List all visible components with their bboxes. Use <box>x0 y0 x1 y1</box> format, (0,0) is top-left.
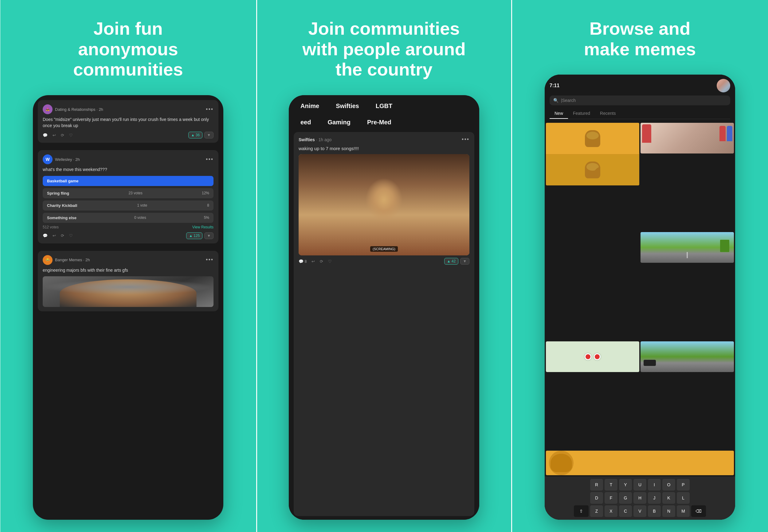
upvote-button-1[interactable]: ▲ 36 <box>188 132 202 138</box>
card-1-footer: 💬 ↩ ⟳ ♡ ▲ 36 ▼ <box>43 132 213 138</box>
tag-swifties[interactable]: Swifties <box>329 99 366 113</box>
card-3-meta: Banger Memes · 2h <box>55 258 90 262</box>
key-d[interactable]: D <box>590 492 603 504</box>
swifties-dots[interactable]: ••• <box>462 136 470 143</box>
key-k[interactable]: K <box>662 492 675 504</box>
poll-option-kickball[interactable]: Charity Kickball 1 vote 8 <box>43 200 213 211</box>
key-l[interactable]: L <box>677 492 690 504</box>
meme-couple[interactable] <box>641 123 734 153</box>
tag-gaming[interactable]: Gaming <box>321 116 357 129</box>
share-icon[interactable]: ↩ <box>53 133 56 138</box>
meme-button[interactable] <box>546 341 639 372</box>
key-u[interactable]: U <box>634 479 646 491</box>
key-b[interactable]: B <box>648 505 661 517</box>
key-i[interactable]: I <box>648 479 661 491</box>
tabs-row: New Featured Recents <box>550 108 730 119</box>
phone-3: 7:11 🔍 |Search New Featured Recents <box>545 75 735 520</box>
key-p[interactable]: P <box>677 479 690 491</box>
share-icon-2[interactable]: ↩ <box>53 233 56 238</box>
repost-icon[interactable]: ⟳ <box>61 133 64 138</box>
comment-icon-s[interactable]: 💬 8 <box>298 259 306 264</box>
swifties-vote-box: ▲ 42 ▼ <box>444 258 470 265</box>
key-c[interactable]: C <box>619 505 632 517</box>
swifties-post: Swifties · 1h ago ••• waking up to 7 mor… <box>294 132 474 516</box>
repost-icon-2[interactable]: ⟳ <box>61 233 64 238</box>
repost-icon-s[interactable]: ⟳ <box>320 259 323 264</box>
user-avatar[interactable] <box>717 79 730 92</box>
key-z[interactable]: Z <box>590 505 603 517</box>
card-2-footer-icons: 💬 ↩ ⟳ ♡ <box>43 233 73 238</box>
like-icon[interactable]: ♡ <box>69 133 73 138</box>
feed-card-poll: W Wellesley · 2h ••• what's the move thi… <box>38 150 218 243</box>
tag-lgbt[interactable]: LGBT <box>369 99 399 113</box>
card-3-dots[interactable]: ••• <box>206 257 213 263</box>
panel-2-title: Join communities with people around the … <box>302 18 466 80</box>
card-3-header: 😂 Banger Memes · 2h ••• <box>43 255 213 265</box>
key-g[interactable]: G <box>619 492 632 504</box>
poll-option-spring[interactable]: Spring fling 23 votes 12% <box>43 188 213 198</box>
search-bar[interactable]: 🔍 |Search <box>550 95 730 105</box>
meme-drake[interactable] <box>546 123 639 185</box>
card-2-meta: Wellesley · 2h <box>55 157 80 162</box>
card-2-dots[interactable]: ••• <box>206 156 213 163</box>
swifties-text: waking up to 7 more songs!!!! <box>298 146 470 151</box>
tab-featured[interactable]: Featured <box>568 108 595 119</box>
poll-option-something[interactable]: Something else 0 votes 5% <box>43 213 213 223</box>
phone-3-content: 7:11 🔍 |Search New Featured Recents <box>545 75 735 520</box>
backspace-key[interactable]: ⌫ <box>691 505 706 517</box>
meme-road[interactable] <box>641 232 734 263</box>
avatar-wellesley: W <box>43 154 53 164</box>
key-m[interactable]: M <box>677 505 690 517</box>
time-display: 7:11 <box>550 83 560 88</box>
comment-icon[interactable]: 💬 <box>43 133 48 138</box>
kbd-row-2: D F G H J K L <box>546 492 734 504</box>
poll-option-basketball[interactable]: Basketball game <box>43 176 213 186</box>
panel-3: Browse and make memes 7:11 🔍 |Search New <box>512 0 768 532</box>
meme-grid <box>545 122 735 451</box>
key-x[interactable]: X <box>605 505 618 517</box>
phone-3-header: 7:11 🔍 |Search New Featured Recents <box>545 75 735 122</box>
taylor-face <box>298 154 470 255</box>
key-h[interactable]: H <box>634 492 646 504</box>
swifties-post-footer: 💬 8 ↩ ⟳ ♡ ▲ 42 ▼ <box>298 258 470 265</box>
tab-new[interactable]: New <box>550 108 568 119</box>
card-2-body: what's the move this weekend??? <box>43 167 213 173</box>
card-2-vote-box: ▲ 125 ▼ <box>186 232 213 239</box>
panel-2: Join communities with people around the … <box>256 0 512 532</box>
share-icon-s[interactable]: ↩ <box>311 259 315 264</box>
view-results-link[interactable]: View Results <box>192 225 213 229</box>
kbd-row-3: ⇧ Z X C V B N M ⌫ <box>546 505 734 517</box>
downvote-button-1[interactable]: ▼ <box>204 132 213 138</box>
key-t[interactable]: T <box>605 479 618 491</box>
phone-1-content: 💑 Dating & Relationships · 2h ••• Does "… <box>33 95 223 520</box>
shift-key[interactable]: ⇧ <box>574 505 589 517</box>
upvote-button-2[interactable]: ▲ 125 <box>186 232 202 239</box>
key-o[interactable]: O <box>662 479 675 491</box>
downvote-button-2[interactable]: ▼ <box>204 232 213 239</box>
card-1-vote-box: ▲ 36 ▼ <box>188 132 213 138</box>
tag-anime[interactable]: Anime <box>294 99 326 113</box>
card-1-header: 💑 Dating & Relationships · 2h ••• <box>43 104 213 114</box>
key-j[interactable]: J <box>648 492 661 504</box>
like-icon-2[interactable]: ♡ <box>69 233 73 238</box>
comment-icon-2[interactable]: 💬 <box>43 233 48 238</box>
key-y[interactable]: Y <box>619 479 632 491</box>
key-n[interactable]: N <box>662 505 675 517</box>
upvote-button-s[interactable]: ▲ 42 <box>444 258 458 265</box>
downvote-button-s[interactable]: ▼ <box>460 258 470 265</box>
tag-eed[interactable]: eed <box>294 116 318 129</box>
key-r[interactable]: R <box>590 479 603 491</box>
tags-row-1: Anime Swifties LGBT <box>289 99 479 113</box>
card-1-dots[interactable]: ••• <box>206 106 213 113</box>
key-v[interactable]: V <box>634 505 646 517</box>
tag-premed[interactable]: Pre-Med <box>360 116 398 129</box>
meme-car[interactable] <box>641 341 734 372</box>
card-1-footer-icons: 💬 ↩ ⟳ ♡ <box>43 133 73 138</box>
like-icon-s[interactable]: ♡ <box>328 259 332 264</box>
card-1-meta: Dating & Relationships · 2h <box>55 107 103 112</box>
tab-recents[interactable]: Recents <box>595 108 621 119</box>
phone-2: Anime Swifties LGBT eed Gaming Pre-Med S… <box>289 95 479 520</box>
panel-3-title: Browse and make memes <box>584 18 696 59</box>
key-f[interactable]: F <box>605 492 618 504</box>
meme-drake-bottom[interactable] <box>546 451 734 475</box>
